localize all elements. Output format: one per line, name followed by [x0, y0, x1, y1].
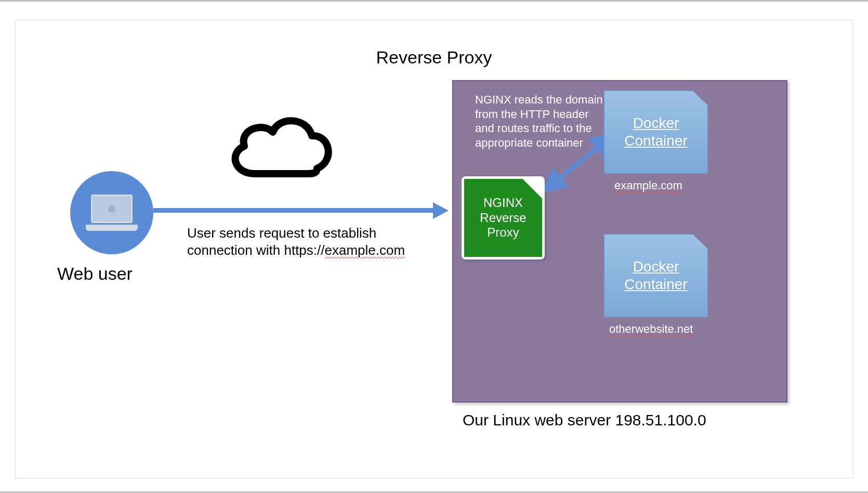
nginx-description: NGINX reads the domain from the HTTP hea… [475, 93, 605, 150]
laptop-icon [86, 194, 138, 231]
cloud-icon [218, 103, 338, 187]
diagram-title: Reverse Proxy [16, 47, 852, 68]
page: Reverse Proxy Web user User sends reques… [0, 0, 868, 493]
web-user-label: Web user [57, 264, 133, 284]
request-caption: User sends request to establish connecti… [187, 225, 405, 258]
slide-canvas: Reverse Proxy Web user User sends reques… [16, 20, 852, 478]
nginx-label: NGINX Reverse Proxy [480, 196, 526, 240]
request-arrow [153, 202, 449, 218]
docker1-domain: example.com [614, 179, 682, 192]
docker-container-2: Docker Container [604, 234, 708, 317]
nginx-node: NGINX Reverse Proxy [462, 176, 545, 260]
docker-container-1: Docker Container [604, 90, 708, 174]
docker2-domain: otherwebsite.net [609, 322, 693, 336]
web-user-icon [70, 171, 153, 254]
server-box: NGINX reads the domain from the HTTP hea… [452, 80, 787, 403]
server-caption: Our Linux web server 198.51.100.0 [463, 411, 706, 429]
